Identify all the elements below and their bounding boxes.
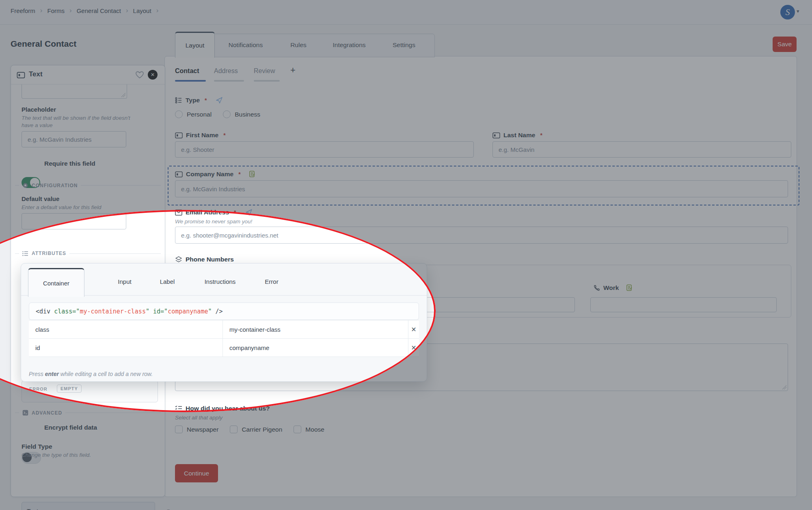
require-field-label: Require this field (44, 160, 95, 167)
radio-personal[interactable] (175, 110, 183, 118)
attribute-value-cell[interactable]: my-container-class (223, 320, 408, 338)
tab-layout[interactable]: Layout (175, 32, 215, 58)
send-icon[interactable] (216, 97, 223, 104)
field-email-label: Email Address (186, 209, 229, 216)
divider (81, 185, 161, 186)
note-icon[interactable] (249, 171, 255, 178)
remove-row-button[interactable]: ✕ (408, 344, 419, 352)
popup-tab-input[interactable]: Input (106, 273, 143, 290)
label-textarea-partial[interactable] (22, 84, 127, 99)
popup-tab-error[interactable]: Error (253, 273, 290, 290)
popup-tab-container-label: Container (43, 280, 69, 287)
field-first-name-label-row: First Name * (175, 132, 226, 139)
email-input[interactable]: e.g. shooter@mcgavinindustries.net (175, 227, 788, 244)
field-type-options: Personal Business (175, 110, 260, 118)
save-button[interactable]: Save (773, 37, 797, 52)
checkbox-newspaper-label: Newspaper (187, 426, 218, 433)
popup-tab-label-label: Label (160, 278, 175, 285)
tab-rules[interactable]: Rules (280, 34, 317, 56)
popup-tab-label[interactable]: Label (149, 273, 186, 290)
divider (65, 413, 161, 413)
field-type-select-wrap: Text ▾ (22, 502, 175, 510)
tab-notifications[interactable]: Notifications (219, 34, 272, 56)
add-page-button[interactable]: + (290, 65, 296, 76)
field-type-label: Type (186, 97, 200, 104)
hint-pre: Press (29, 371, 45, 377)
attribute-key-cell[interactable]: id (29, 339, 223, 357)
hear-options-row: Newspaper Carrier Pigeon Moose (175, 426, 324, 433)
page-tab-contact[interactable]: Contact (175, 67, 199, 75)
divider (15, 253, 19, 254)
chevron-right-icon: › (126, 6, 128, 15)
code-quote: " (208, 308, 215, 315)
field-type-select[interactable]: Text (22, 502, 155, 510)
breadcrumb-layout[interactable]: Layout (133, 7, 151, 14)
text-input-icon (175, 171, 183, 177)
field-phone-group-label-row: Phone Numbers (175, 256, 234, 263)
hint-post: while editing a cell to add a new row. (59, 371, 153, 377)
code-tag-open: <div (36, 308, 54, 315)
page-tab-review[interactable]: Review (254, 67, 275, 75)
tab-layout-label: Layout (186, 42, 205, 49)
user-avatar[interactable]: S (780, 5, 795, 19)
remove-row-button[interactable]: ✕ (408, 326, 419, 333)
default-value-help: Enter a default value for this field (22, 204, 102, 210)
tab-settings[interactable]: Settings (384, 34, 424, 56)
avatar-initial: S (786, 7, 790, 17)
breadcrumb-forms[interactable]: Forms (48, 7, 65, 14)
resize-handle[interactable] (121, 93, 125, 97)
placeholder-input[interactable]: e.g. McGavin Industries (22, 131, 126, 147)
popup-tab-instructions-label: Instructions (205, 278, 236, 285)
text-input-icon (175, 132, 183, 138)
company-name-placeholder: e.g. McGavin Industries (181, 186, 245, 192)
breadcrumb-freeform[interactable]: Freeform (11, 7, 35, 14)
last-name-placeholder: e.g. McGavin (499, 146, 534, 153)
attribute-key-cell[interactable]: class (29, 320, 223, 338)
layers-icon (175, 256, 182, 263)
checkbox-carrier-pigeon-label: Carrier Pigeon (242, 426, 282, 433)
resize-handle[interactable] (782, 385, 786, 389)
required-asterisk: * (540, 132, 542, 138)
first-name-placeholder: e.g. Shooter (181, 146, 214, 153)
checkbox-newspaper[interactable] (175, 426, 183, 433)
note-icon[interactable] (626, 284, 633, 292)
app-root: Freeform › Forms › General Contact › Lay… (0, 0, 812, 510)
favorite-heart-icon[interactable] (135, 70, 145, 80)
popup-tab-error-label: Error (265, 278, 278, 285)
configuration-section-header: CONFIGURATION (15, 182, 161, 188)
radio-business[interactable] (223, 110, 231, 118)
placeholder-label: Placeholder (22, 106, 56, 113)
page-tab-address[interactable]: Address (214, 67, 238, 75)
chevron-right-icon: › (40, 6, 43, 15)
advanced-section-label: ADVANCED (32, 410, 62, 416)
chevron-right-icon: › (69, 6, 72, 15)
send-icon[interactable] (245, 209, 253, 216)
first-name-input[interactable]: e.g. Shooter (175, 141, 474, 158)
attribute-row: class my-container-class ✕ (29, 320, 419, 338)
chevron-down-icon[interactable]: ▾ (797, 8, 799, 14)
chevron-right-icon: › (156, 6, 159, 15)
tab-integrations[interactable]: Integrations (325, 34, 374, 56)
field-phone-group-label: Phone Numbers (186, 256, 234, 263)
company-name-input[interactable]: e.g. McGavin Industries (175, 180, 788, 197)
close-icon[interactable]: ✕ (148, 70, 158, 80)
default-value-input[interactable] (22, 213, 126, 229)
checkbox-carrier-pigeon[interactable] (230, 426, 238, 433)
phone-work-input[interactable] (590, 297, 777, 312)
field-last-name-label: Last Name (503, 132, 535, 139)
continue-button[interactable]: Continue (175, 464, 218, 482)
empty-badge: EMPTY (57, 385, 82, 393)
breadcrumb-general-contact[interactable]: General Contact (77, 7, 121, 14)
code-value-class: my-container-class (80, 308, 146, 315)
last-name-input[interactable]: e.g. McGavin (492, 141, 791, 158)
attribute-value-cell[interactable]: companyname (223, 339, 408, 357)
popup-tab-instructions[interactable]: Instructions (196, 273, 244, 290)
checkbox-moose-label: Moose (305, 426, 324, 433)
attributes-section-header: ATTRIBUTES (15, 251, 161, 256)
checkbox-moose[interactable] (294, 426, 301, 433)
field-type-label: Field Type (22, 443, 52, 450)
code-eq-quote: =" (160, 308, 168, 315)
popup-tab-container[interactable]: Container (28, 268, 84, 297)
divider (69, 253, 161, 254)
field-work-label-row: Work (594, 284, 633, 292)
